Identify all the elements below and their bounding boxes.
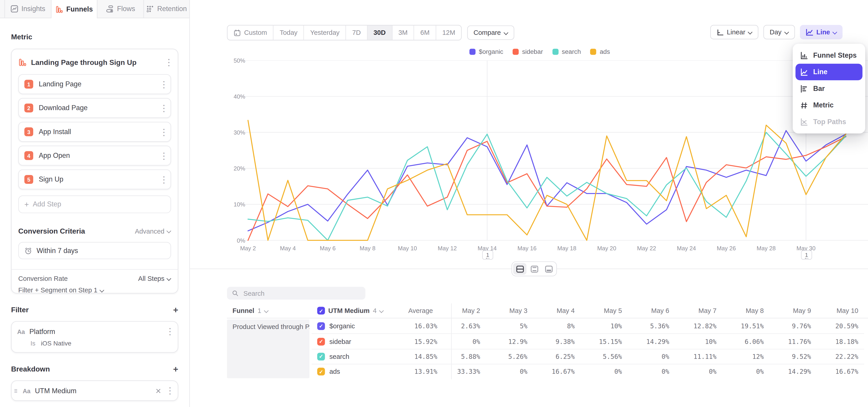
day-column-header[interactable]: May 4 (533, 307, 580, 315)
funnel-step-2[interactable]: 2 Download Page ⋮ (18, 98, 171, 118)
day-column-header[interactable]: May 8 (722, 307, 769, 315)
menu-item-funnel-steps[interactable]: Funnel Steps (796, 47, 862, 64)
tab-funnels[interactable]: Funnels (51, 0, 97, 19)
more-icon[interactable]: ⋮ (159, 174, 166, 185)
date-range-control: Custom Today Yesterday 7D 30D 3M 6M 12M (227, 25, 462, 40)
range-12m[interactable]: 12M (436, 26, 461, 40)
metric-heading: Metric (11, 33, 178, 41)
all-steps-dropdown[interactable]: All Steps (138, 275, 171, 282)
average-column-header[interactable]: Average (388, 307, 438, 315)
svg-text:May 24: May 24 (677, 245, 696, 251)
menu-item-top-paths[interactable]: Top Paths (796, 114, 862, 130)
svg-text:May 6: May 6 (320, 245, 336, 251)
legend-item-organic[interactable]: $organic (469, 48, 503, 55)
layout-split-toggle[interactable] (513, 263, 526, 275)
retention-icon (146, 5, 154, 13)
conversion-window[interactable]: Within 7 days (18, 242, 171, 259)
drag-handle-icon[interactable] (14, 388, 18, 394)
legend-item-search[interactable]: search (553, 48, 581, 55)
flows-icon (105, 5, 114, 13)
breakdown-card[interactable]: Aa UTM Medium ⋮ (11, 380, 178, 401)
search-input[interactable] (242, 289, 360, 298)
range-custom[interactable]: Custom (228, 26, 274, 40)
breakdown-column-header[interactable]: ✓ UTM Medium4 (312, 307, 388, 315)
tab-label: Funnels (66, 5, 93, 13)
annotation-badge[interactable]: 1 (801, 250, 812, 260)
funnel-step-4[interactable]: 4 App Open ⋮ (18, 146, 171, 165)
report-tab-bar: Insights Funnels Flows Retention (0, 0, 190, 18)
row-checkbox[interactable]: ✓ (317, 353, 325, 361)
compare-button[interactable]: Compare (467, 26, 514, 40)
day-column-header[interactable]: May 6 (627, 307, 675, 315)
legend-item-sidebar[interactable]: sidebar (513, 48, 543, 55)
table-row-organic[interactable]: ✓$organic (312, 318, 388, 334)
more-icon[interactable]: ⋮ (159, 127, 166, 137)
chart-type-menu: Funnel Steps Line Bar Metric Top Paths (793, 44, 865, 133)
range-yesterday[interactable]: Yesterday (304, 26, 346, 40)
add-step-button[interactable]: + Add Step (18, 195, 171, 213)
add-breakdown-button[interactable]: + (173, 366, 178, 372)
filter-operator[interactable]: Is (31, 340, 35, 347)
legend-item-ads[interactable]: ads (590, 48, 610, 55)
more-icon[interactable]: ⋮ (159, 79, 166, 90)
chevron-down-icon (785, 29, 789, 33)
layout-chart-toggle[interactable] (528, 263, 541, 275)
layout-table-toggle[interactable] (542, 263, 555, 275)
funnel-step-5[interactable]: 5 Sign Up ⋮ (18, 169, 171, 189)
more-icon[interactable]: ⋮ (159, 103, 166, 113)
funnel-step-3[interactable]: 3 App Install ⋮ (18, 122, 171, 142)
svg-text:May 10: May 10 (398, 245, 417, 251)
line-chart[interactable]: May 2May 4May 6May 8May 10May 12May 14Ma… (226, 60, 868, 264)
select-all-checkbox[interactable]: ✓ (317, 307, 325, 315)
chevron-down-icon (100, 287, 104, 291)
row-checkbox[interactable]: ✓ (317, 338, 325, 345)
alarm-clock-icon (24, 247, 32, 254)
granularity-dropdown[interactable]: Day (764, 25, 795, 39)
range-7d[interactable]: 7D (346, 26, 367, 40)
layout-split-icon (516, 265, 524, 273)
step-number-badge: 3 (24, 127, 33, 136)
tab-insights[interactable]: Insights (4, 0, 51, 18)
day-column-header[interactable]: May 10 (817, 307, 864, 315)
row-checkbox[interactable]: ✓ (317, 322, 325, 330)
day-column-header[interactable]: May 7 (675, 307, 722, 315)
menu-item-metric[interactable]: Metric (796, 97, 862, 114)
more-icon[interactable]: ⋮ (165, 326, 172, 337)
more-icon[interactable]: ⋮ (165, 385, 172, 396)
filter-heading: Filter (11, 306, 29, 314)
scale-dropdown[interactable]: Linear (710, 25, 758, 39)
chart-type-dropdown[interactable]: Line (800, 25, 843, 39)
range-6m[interactable]: 6M (414, 26, 436, 40)
day-column-header[interactable]: May 9 (769, 307, 816, 315)
funnel-column-header[interactable]: Funnel1 (227, 307, 312, 315)
day-column-header[interactable]: May 3 (486, 307, 533, 315)
tab-flows[interactable]: Flows (97, 0, 144, 18)
step-number-badge: 5 (24, 175, 33, 184)
range-today[interactable]: Today (274, 26, 304, 40)
table-row-sidebar[interactable]: ✓sidebar (312, 334, 388, 349)
tab-retention[interactable]: Retention (144, 0, 190, 18)
range-30d[interactable]: 30D (367, 26, 392, 40)
close-icon[interactable] (156, 388, 161, 394)
metric-card: Landing Page through Sign Up ⋮ 1 Landing… (11, 49, 178, 293)
more-icon[interactable]: ⋮ (164, 57, 171, 67)
svg-text:May 18: May 18 (557, 245, 577, 251)
row-checkbox[interactable]: ✓ (317, 368, 325, 376)
menu-item-line[interactable]: Line (796, 64, 862, 80)
filter-card[interactable]: Aa Platform ⋮ Is iOS Native (11, 321, 178, 353)
funnel-group-cell[interactable]: Product Viewed through P... (227, 319, 309, 378)
day-column-header[interactable]: May 2 (438, 307, 486, 315)
funnel-step-1[interactable]: 1 Landing Page ⋮ (18, 74, 171, 94)
advanced-dropdown[interactable]: Advanced (135, 227, 171, 235)
add-filter-button[interactable]: + (173, 307, 178, 312)
table-search[interactable] (227, 287, 365, 300)
filter-segment-dropdown[interactable]: Filter + Segment on Step 1 (18, 286, 104, 294)
table-row-search[interactable]: ✓search (312, 349, 388, 364)
more-icon[interactable]: ⋮ (159, 150, 166, 161)
table-row-ads[interactable]: ✓ads (312, 364, 388, 379)
range-3m[interactable]: 3M (393, 26, 414, 40)
day-column-header[interactable]: May 5 (580, 307, 627, 315)
annotation-badge[interactable]: 1 (482, 250, 493, 260)
menu-item-bar[interactable]: Bar (796, 80, 862, 97)
filter-value[interactable]: iOS Native (41, 340, 71, 347)
